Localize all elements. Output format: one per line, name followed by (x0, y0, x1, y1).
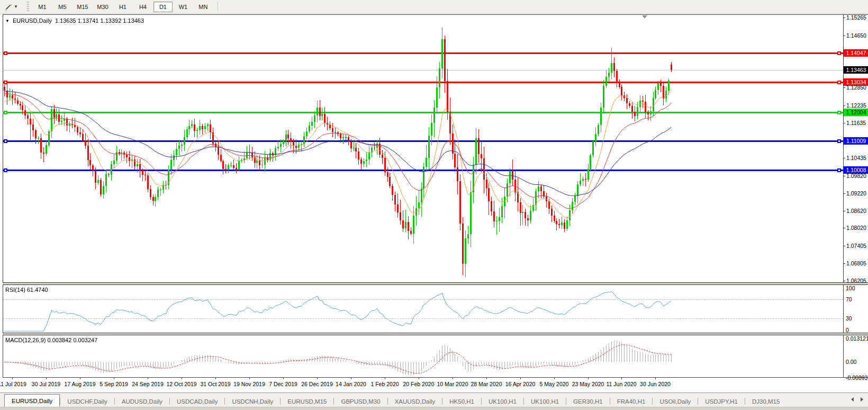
date-tickmark (486, 378, 487, 379)
date-tickmark (148, 378, 148, 379)
date-axis-label: 24 Sep 2019 (132, 381, 164, 387)
price-label-box-1.11009: 1.11009 (844, 137, 868, 145)
timeframe-button-m30[interactable]: M30 (93, 2, 112, 12)
price-label-box-1.14047: 1.14047 (844, 49, 868, 57)
date-tickmark (283, 378, 284, 379)
price-axis-tick: 1.14650 (846, 32, 866, 39)
rsi-axis-tick: 0 (846, 327, 849, 333)
chart-tab-gbpusd-m30[interactable]: GBPUSD,M30 (334, 396, 387, 407)
timeframe-button-h1[interactable]: H1 (113, 2, 132, 12)
price-tickmark (843, 263, 845, 264)
mt4-window: ▼ M1M5M15M30H1H4D1W1MN 1.140471.130341.1… (0, 0, 868, 410)
chart-tab-audusd-daily[interactable]: AUDUSD,Daily (115, 396, 169, 407)
date-axis-label: 12 Oct 2019 (166, 381, 196, 387)
date-axis-label: 11 Jul 2019 (0, 381, 26, 387)
macd-axis-tick: 0.013121 (846, 335, 868, 342)
tabs-scroll-right-button[interactable] (861, 397, 863, 402)
collapse-triangle-icon[interactable]: ▼ (5, 19, 10, 23)
cursor-tool-button[interactable]: ▼ (2, 1, 21, 13)
rsi-axis-tick: 100 (846, 285, 855, 291)
timeframe-button-w1[interactable]: W1 (174, 2, 193, 12)
timeframe-button-d1[interactable]: D1 (153, 2, 173, 12)
chart-tab-usdcnh-daily[interactable]: USDCNH,Daily (225, 396, 280, 407)
date-tickmark (419, 378, 419, 379)
date-tickmark (655, 378, 656, 379)
date-axis-label: 26 Dec 2019 (301, 381, 333, 387)
chart-tab-hk50-h1[interactable]: HK50,H1 (442, 396, 481, 407)
chart-tab-fra40-h1[interactable]: FRA40,H1 (610, 396, 653, 407)
rsi-canvas[interactable] (3, 285, 843, 333)
chart-tab-uk100-h1[interactable]: UK100,H1 (482, 396, 523, 407)
chart-tab-eurusd-m15[interactable]: EURUSD,M15 (281, 396, 333, 407)
price-axis-tick: 1.08620 (846, 207, 866, 215)
timeframe-button-h4[interactable]: H4 (133, 2, 152, 12)
chart-title-overlay: ▼ EURUSD,Daily 1.13635 1.13741 1.13392 1… (5, 17, 144, 24)
timeframe-button-m1[interactable]: M1 (33, 2, 52, 12)
macd-canvas[interactable] (3, 335, 843, 377)
date-axis-label: 31 Oct 2019 (200, 381, 230, 387)
toolbar: ▼ M1M5M15M30H1H4D1W1MN (0, 0, 868, 14)
chart-ohlc-values: 1.13635 1.13741 1.13392 1.13463 (55, 17, 144, 24)
date-tickmark (554, 378, 555, 379)
timeframe-button-m15[interactable]: M15 (73, 2, 92, 12)
chart-tab-usoil-daily[interactable]: USOil,Daily (653, 396, 698, 407)
timeframe-button-mn[interactable]: MN (194, 2, 213, 12)
date-axis-label: 16 Apr 2020 (505, 381, 536, 387)
rsi-label: RSI(14) 61.4740 (5, 287, 48, 293)
date-axis-label: 19 Nov 2019 (233, 381, 265, 387)
date-tickmark (46, 378, 47, 379)
toolbar-separator (218, 2, 220, 12)
price-tickmark (843, 158, 845, 158)
date-tickmark (215, 378, 216, 379)
price-axis-tick: 1.12235 (846, 102, 866, 109)
price-tickmark (843, 17, 845, 18)
price-axis-tick: 1.09220 (846, 190, 866, 197)
date-tickmark (351, 378, 351, 379)
chart-tab-ger30-h1[interactable]: GER30,H1 (566, 396, 610, 407)
current-price-label-box: 1.13463 (844, 66, 868, 74)
date-axis-label: 30 Jul 2019 (32, 381, 60, 387)
timeframe-button-m5[interactable]: M5 (53, 2, 72, 12)
price-tickmark (843, 123, 845, 123)
main-price-canvas[interactable] (3, 15, 843, 282)
date-axis-label: 23 May 2020 (572, 381, 604, 387)
date-axis-label: 17 Aug 2019 (65, 381, 96, 387)
price-axis-tick: 1.06205 (846, 277, 866, 284)
rsi-axis-tick: 70 (846, 296, 852, 302)
date-tickmark (385, 378, 385, 379)
macd-label: MACD(12,26,9) 0.003842 0.003247 (5, 337, 97, 343)
date-tickmark (12, 378, 13, 379)
chart-symbol-label: EURUSD,Daily (13, 17, 52, 24)
price-tickmark (843, 211, 845, 211)
date-tickmark (520, 378, 521, 379)
tabs-scroll-left-button[interactable] (851, 397, 854, 402)
price-axis-tick: 1.12850 (846, 84, 866, 91)
date-axis-label: 1 Feb 2020 (370, 381, 399, 387)
date-axis-label: 30 Jun 2020 (640, 381, 671, 387)
price-tickmark (843, 176, 845, 176)
price-axis-tick: 1.10435 (846, 154, 866, 162)
chart-tab-dj30-m15[interactable]: DJ30,M15 (745, 396, 786, 407)
price-axis-tick: 1.11635 (846, 119, 866, 127)
chart-tab-usdcad-daily[interactable]: USDCAD,Daily (170, 396, 224, 407)
price-axis-tick: 1.07405 (846, 242, 866, 249)
price-tickmark (843, 228, 845, 228)
date-tickmark (114, 378, 114, 379)
date-tickmark (453, 378, 453, 379)
date-tickmark (182, 378, 182, 379)
price-tickmark (843, 87, 845, 88)
price-axis-tick: 1.08020 (846, 224, 866, 231)
date-tickmark (317, 378, 318, 379)
date-axis-label: 11 Jun 2020 (606, 381, 636, 387)
price-tickmark (843, 105, 845, 106)
pen-cursor-icon (4, 3, 13, 11)
chart-tab-uk100-h1[interactable]: UK100,H1 (524, 396, 566, 407)
date-tickmark (621, 378, 622, 379)
chart-tab-eurusd-daily[interactable]: EURUSD,Daily (4, 394, 60, 407)
date-tickmark (80, 378, 80, 379)
chart-tab-usdjpy-h1[interactable]: USDJPY,H1 (698, 396, 745, 407)
chart-tab-xauusd-daily[interactable]: XAUUSD,Daily (388, 396, 442, 407)
price-label-box-1.12004: 1.12004 (844, 109, 868, 116)
chart-tab-usdchf-daily[interactable]: USDCHF,Daily (60, 396, 114, 407)
date-axis-label: 20 Feb 2020 (403, 381, 435, 387)
